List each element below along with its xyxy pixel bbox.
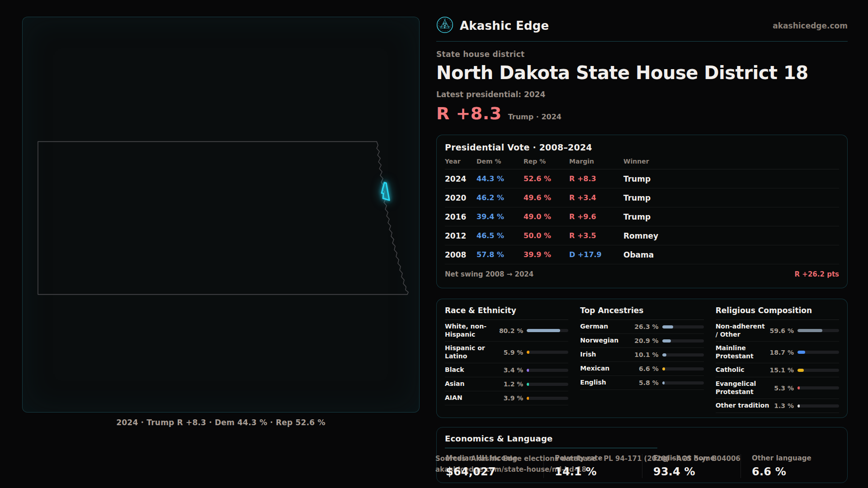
race-ethnicity-section: Race & Ethnicity White, non-Hispanic 80.… — [445, 306, 568, 413]
brand-domain-link[interactable]: akashicedge.com — [773, 21, 848, 30]
religion-row: Other tradition 1.3 % — [716, 399, 839, 413]
bar-fill — [662, 339, 671, 343]
ancestry-row: Mexican 6.6 % — [580, 362, 703, 376]
ancestry-value: 5.8 % — [639, 379, 659, 386]
religion-label: Non-adherent / Other — [716, 323, 766, 338]
vote-table-row: 2016 39.4 % 49.0 % R +9.6 Trump — [445, 207, 839, 226]
stat-value: $64,027 — [446, 465, 543, 478]
margin-cell: R +9.6 — [569, 212, 623, 221]
race-bar — [527, 383, 568, 386]
dem-cell: 44.3 % — [476, 174, 524, 183]
margin-cell: R +3.4 — [569, 193, 623, 202]
bar-fill — [527, 329, 560, 332]
race-row: Black 3.4 % — [445, 363, 568, 377]
race-value: 3.9 % — [504, 394, 524, 402]
vote-panel-title: Presidential Vote · 2008–2024 — [445, 142, 839, 152]
ancestry-bar — [662, 339, 704, 343]
headline-margin-context: Trump · 2024 — [508, 113, 561, 121]
religion-bar — [797, 386, 839, 389]
winner-cell: Trump — [623, 174, 839, 183]
winner-cell: Obama — [623, 250, 839, 259]
stat-other-language: Other language 6.6 % — [741, 454, 839, 478]
stat-label: English at home — [653, 454, 741, 462]
bar-fill — [662, 325, 673, 328]
religion-row: Evangelical Protestant 5.3 % — [716, 377, 839, 399]
bar-fill — [662, 367, 665, 371]
map-caption: 2024 · Trump R +8.3 · Dem 44.3 % · Rep 5… — [22, 418, 420, 427]
race-label: White, non-Hispanic — [445, 323, 495, 338]
vote-table-row: 2020 46.2 % 49.6 % R +3.4 Trump — [445, 188, 839, 207]
dem-cell: 39.4 % — [476, 212, 524, 221]
religion-label: Evangelical Protestant — [716, 380, 771, 396]
ancestry-row: Irish 10.1 % — [580, 348, 703, 362]
stat-value: 93.4 % — [653, 465, 741, 478]
religion-label: Other tradition — [716, 402, 771, 410]
district-18-highlight[interactable] — [382, 183, 389, 200]
bar-fill — [797, 404, 800, 408]
ancestry-row: German 26.3 % — [580, 320, 703, 334]
religion-section: Religious Composition Non-adherent / Oth… — [716, 306, 839, 413]
page-title: North Dakota State House District 18 — [436, 62, 848, 83]
ancestry-label: German — [580, 323, 631, 331]
religion-bar — [797, 351, 839, 354]
ancestry-bar — [662, 381, 704, 385]
brand-name: Akashic Edge — [460, 19, 549, 33]
rep-cell: 49.6 % — [524, 193, 569, 202]
race-bar — [527, 351, 568, 354]
akashic-edge-district-dashboard: { "brand": { "name": "Akashic Edge", "do… — [0, 0, 868, 488]
dem-cell: 57.8 % — [476, 250, 524, 259]
bar-fill — [797, 369, 804, 372]
north-dakota-map — [23, 17, 419, 412]
ancestry-label: English — [580, 379, 635, 387]
religion-value: 1.3 % — [774, 402, 794, 409]
margin-cell: D +17.9 — [569, 250, 623, 259]
race-value: 80.2 % — [499, 327, 523, 334]
race-label: Hispanic or Latino — [445, 344, 500, 360]
stat-poverty-rate: Poverty rate 14.1 % — [543, 454, 642, 478]
rep-cell: 50.0 % — [524, 231, 569, 240]
religion-row: Mainline Protestant 18.7 % — [716, 342, 839, 363]
bar-fill — [797, 351, 805, 354]
economics-stats-row: Median HH Income $64,027 Poverty rate 14… — [445, 454, 839, 478]
brand-row: Akashic Edge akashicedge.com — [436, 16, 848, 35]
bar-fill — [527, 383, 529, 386]
stat-label: Other language — [752, 454, 839, 462]
column-header-rep: Rep % — [524, 158, 569, 165]
religion-row: Catholic 15.1 % — [716, 363, 839, 377]
religion-label: Mainline Protestant — [716, 344, 766, 360]
net-swing-row: Net swing 2008 → 2024 R +26.2 pts — [445, 264, 839, 278]
bar-fill — [797, 386, 800, 389]
winner-cell: Romney — [623, 231, 839, 240]
year-cell: 2012 — [445, 231, 476, 240]
vote-table-row: 2008 57.8 % 39.9 % D +17.9 Obama — [445, 245, 839, 264]
ancestries-section-title: Top Ancestries — [580, 306, 703, 320]
race-value: 3.4 % — [504, 366, 524, 374]
column-header-margin: Margin — [569, 158, 623, 165]
net-swing-label: Net swing 2008 → 2024 — [445, 270, 533, 278]
margin-cell: R +3.5 — [569, 231, 623, 240]
race-bar — [527, 369, 568, 372]
economics-divider — [445, 448, 657, 448]
ancestry-bar — [662, 325, 704, 328]
ancestry-bar — [662, 367, 704, 371]
column-header-winner: Winner — [623, 158, 839, 165]
year-cell: 2008 — [445, 250, 476, 259]
headline-margin-row: R +8.3 Trump · 2024 — [436, 103, 848, 123]
vote-table-row: 2012 46.5 % 50.0 % R +3.5 Romney — [445, 226, 839, 245]
stat-median-income: Median HH Income $64,027 — [445, 454, 543, 478]
religion-section-title: Religious Composition — [716, 306, 839, 320]
year-cell: 2016 — [445, 212, 476, 221]
bar-fill — [662, 381, 665, 385]
bar-fill — [527, 397, 529, 400]
religion-bar — [797, 369, 839, 372]
religion-value: 59.6 % — [770, 327, 794, 334]
religion-value: 18.7 % — [770, 349, 794, 356]
stat-label: Poverty rate — [555, 454, 642, 462]
latest-presidential-label: Latest presidential: 2024 — [436, 90, 848, 99]
ancestry-value: 10.1 % — [634, 351, 658, 358]
vote-table-row: 2024 44.3 % 52.6 % R +8.3 Trump — [445, 169, 839, 188]
race-row: Asian 1.2 % — [445, 377, 568, 391]
race-row: AIAN 3.9 % — [445, 391, 568, 405]
presidential-vote-panel: Presidential Vote · 2008–2024 Year Dem %… — [436, 135, 848, 288]
header: Akashic Edge akashicedge.com State house… — [436, 0, 848, 123]
